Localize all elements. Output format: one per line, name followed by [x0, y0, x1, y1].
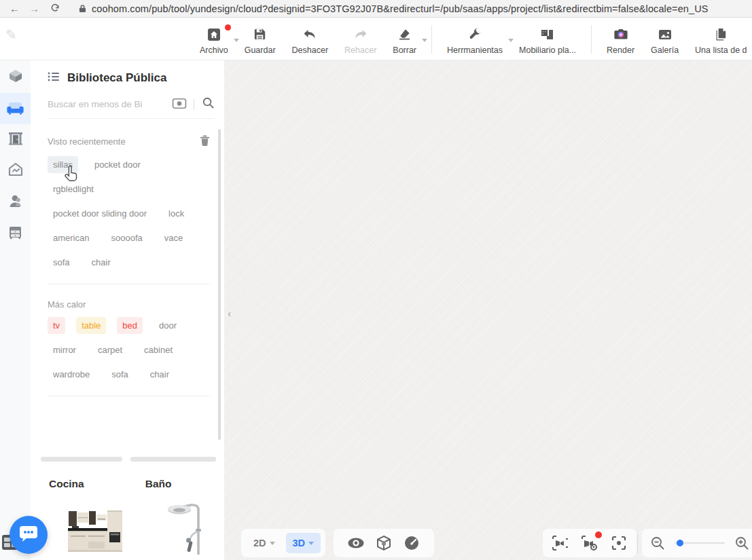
speed-gauge-icon[interactable] [402, 534, 421, 553]
herramientas-label: Herrmanientas [447, 45, 503, 55]
recent-tag[interactable]: sofa [48, 254, 75, 271]
galeria-button[interactable]: Galería [643, 24, 687, 55]
redo-icon [353, 26, 369, 43]
notification-badge [595, 531, 602, 538]
camera-settings-icon[interactable] [580, 534, 599, 553]
lista-button[interactable]: Una lista de d [687, 24, 752, 55]
browser-chrome: ← → coohom.com/pub/tool/yundesign/cloud?… [0, 0, 752, 18]
view-tools-group [334, 529, 434, 557]
sidebar-item-custom-cabinet[interactable] [0, 218, 31, 249]
hot-section-header: Más calor [48, 299, 215, 310]
editor-toolbar: ✎ Archivo Guardar Deshacer [0, 18, 752, 60]
deshacer-button[interactable]: Deshacer [284, 24, 337, 55]
loading-bar [130, 457, 216, 462]
zoom-in-icon[interactable] [733, 534, 751, 553]
hot-tag[interactable]: door [154, 317, 182, 334]
recent-tag[interactable]: american [48, 229, 94, 246]
loading-bar [41, 457, 122, 462]
browser-back-icon[interactable]: ← [10, 3, 20, 14]
walk-camera-icon[interactable] [551, 534, 570, 553]
render-button[interactable]: Render [598, 24, 643, 55]
hot-tag[interactable]: mirror [48, 341, 82, 358]
hot-tag[interactable]: chair [145, 366, 175, 383]
chat-bubble-icon [18, 525, 39, 546]
focus-center-icon[interactable] [609, 534, 628, 553]
visibility-eye-icon[interactable] [346, 534, 365, 553]
chat-support-button[interactable] [10, 516, 48, 554]
recent-tag[interactable]: pocket door [89, 156, 146, 173]
trash-icon[interactable] [199, 134, 211, 149]
sidebar-item-furniture-library[interactable] [0, 93, 31, 124]
guardar-button[interactable]: Guardar [236, 24, 284, 55]
orbit-cube-icon[interactable] [374, 534, 393, 553]
ai-home-icon [7, 161, 24, 181]
chevron-left-icon: ‹ [228, 308, 231, 319]
search-bar [48, 96, 215, 119]
recent-tag[interactable]: soooofa [105, 229, 147, 246]
hot-tag[interactable]: wardrobe [48, 366, 95, 383]
app-window: ← → coohom.com/pub/tool/yundesign/cloud?… [0, 0, 752, 560]
browser-reload-icon[interactable] [50, 3, 60, 14]
recent-section-header: Visto recientemente [48, 134, 215, 149]
left-nav-strip [0, 60, 31, 560]
design-canvas[interactable] [224, 60, 752, 560]
recent-tag[interactable]: rgbledlight [48, 181, 99, 198]
herramientas-button[interactable]: Herrmanientas [439, 24, 511, 55]
lista-label: Una lista de d [695, 45, 747, 55]
mobiliario-button[interactable]: Mobiliario pla... [511, 24, 584, 55]
sofa-library-icon [6, 98, 24, 119]
image-search-camera-icon[interactable] [172, 97, 187, 112]
mode-3d-button[interactable]: 3D [286, 533, 321, 553]
chevron-down-icon [308, 542, 314, 545]
search-input[interactable] [48, 99, 172, 109]
borrar-button[interactable]: Borrar [384, 24, 425, 55]
rehacer-label: Rehacer [344, 45, 376, 55]
recent-tag[interactable]: sillas [48, 156, 78, 173]
undo-icon [302, 26, 318, 43]
browser-forward-icon[interactable]: → [29, 3, 39, 14]
recent-tag[interactable]: pocket door sliding door [48, 205, 152, 222]
panel-scrollbar[interactable] [218, 129, 221, 440]
mobiliario-label: Mobiliario pla... [519, 45, 576, 55]
mode-2d-button[interactable]: 2D [247, 533, 282, 553]
panel-collapse-button[interactable]: ‹ [224, 297, 234, 330]
hot-tag[interactable]: carpet [92, 341, 128, 358]
category-cocina[interactable]: Cocina [49, 478, 84, 490]
hot-tag[interactable]: bed [117, 317, 143, 334]
sidebar-item-room[interactable] [0, 62, 31, 93]
recent-tag[interactable]: chair [86, 254, 116, 271]
chevron-down-icon [270, 542, 275, 545]
shower-thumbnail[interactable] [161, 500, 209, 560]
category-menu-icon[interactable] [48, 71, 60, 85]
section-divider [48, 284, 211, 284]
sidebar-item-doors-windows[interactable] [0, 124, 31, 155]
zoom-slider-handle[interactable] [677, 540, 683, 546]
chevron-down-icon [422, 39, 427, 42]
hot-tag[interactable]: table [76, 317, 106, 334]
sidebar-item-profile[interactable] [0, 187, 31, 218]
archivo-button[interactable]: Archivo [192, 24, 236, 55]
recent-tag[interactable]: vace [159, 229, 188, 246]
category-bano[interactable]: Baño [145, 478, 172, 490]
viewbar-divider [637, 533, 638, 553]
kitchen-thumbnail[interactable] [68, 510, 124, 556]
borrar-label: Borrar [393, 45, 416, 55]
sidebar-item-ai-design[interactable] [0, 155, 31, 187]
recent-title: Visto recientemente [48, 136, 126, 147]
mode-2d-label: 2D [253, 538, 266, 548]
url-bar[interactable]: coohom.com/pub/tool/yundesign/cloud?desi… [92, 3, 708, 14]
hot-title: Más calor [48, 299, 86, 310]
hot-tag[interactable]: sofa [106, 366, 134, 383]
eraser-icon [397, 26, 413, 43]
zoom-slider[interactable] [675, 542, 725, 544]
ssl-lock-icon[interactable] [79, 4, 86, 13]
hot-tag[interactable]: cabinet [139, 341, 178, 358]
search-icon[interactable] [202, 96, 215, 112]
recent-tag[interactable]: lock [163, 205, 190, 222]
person-icon [7, 193, 24, 212]
category-section: Cocina Baño [31, 445, 224, 560]
hot-tag[interactable]: tv [48, 317, 65, 334]
panel-title: Biblioteca Pública [67, 71, 166, 85]
view-mode-toggle: 2D 3D [241, 529, 325, 557]
zoom-out-icon[interactable] [649, 534, 666, 553]
